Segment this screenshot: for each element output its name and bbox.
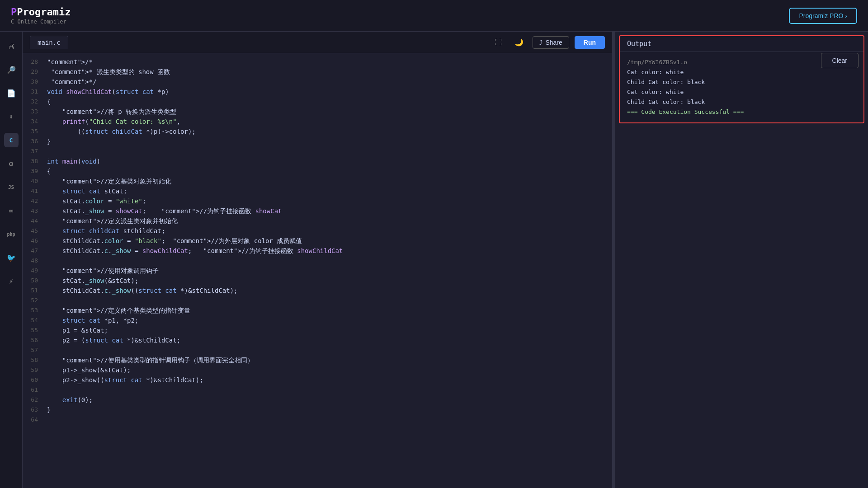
line-content: stCat._show = showCat; "comment">//为钩子挂接…: [45, 206, 612, 216]
line-number: 39: [23, 166, 45, 176]
sidebar-icon-download[interactable]: ⬇: [4, 109, 19, 124]
app-subtitle: C Online Compiler: [11, 19, 71, 25]
line-number: 45: [23, 226, 45, 236]
table-row: 56 p2 = (struct cat *)&stChildCat;: [23, 335, 612, 345]
table-row: 63}: [23, 405, 612, 415]
table-row: 51 stChildCat.c._show((struct cat *)&stC…: [23, 286, 612, 296]
line-number: 61: [23, 385, 45, 395]
output-line: Cat color: white: [627, 87, 856, 97]
line-content: "comment">/*: [45, 57, 612, 67]
line-content: p2->_show((struct cat *)&stChildCat);: [45, 375, 612, 385]
line-number: 53: [23, 305, 45, 315]
table-row: 35 ((struct childCat *)p)->color);: [23, 127, 612, 136]
table-row: 36}: [23, 136, 612, 146]
sidebar-icon-bolt[interactable]: ⚡: [4, 274, 19, 288]
line-content: struct cat *p1, *p2;: [45, 315, 612, 325]
right-panel: Output /tmp/PYWI6ZBSv1.oCat color: white…: [615, 32, 868, 488]
logo-area: PProgramiz C Online Compiler: [11, 6, 71, 25]
line-content: stCat._show(&stCat);: [45, 276, 612, 286]
line-content: "comment">* 派生类类型的 show 函数: [45, 67, 612, 77]
line-number: 41: [23, 186, 45, 196]
line-number: 51: [23, 286, 45, 296]
clear-button[interactable]: Clear: [821, 53, 859, 68]
line-content: {: [45, 166, 612, 176]
sidebar-icon-swift[interactable]: 🐦: [4, 250, 19, 265]
line-number: 42: [23, 196, 45, 206]
output-line: Cat color: white: [627, 67, 856, 77]
line-number: 31: [23, 87, 45, 97]
table-row: 60 p2->_show((struct cat *)&stChildCat);: [23, 375, 612, 385]
table-row: 41 struct cat stCat;: [23, 186, 612, 196]
sidebar-icon-php[interactable]: php: [4, 227, 19, 241]
table-row: 30 "comment">*/: [23, 77, 612, 87]
sidebar-icon-c[interactable]: C: [4, 133, 19, 147]
table-row: 37: [23, 146, 612, 156]
table-row: 59 p1->_show(&stCat);: [23, 365, 612, 375]
table-row: 38int main(void): [23, 156, 612, 166]
output-line: Child Cat color: black: [627, 97, 856, 107]
line-content: stChildCat.color = "black"; "comment">//…: [45, 236, 612, 246]
line-number: 40: [23, 176, 45, 186]
table-row: 28"comment">/*: [23, 57, 612, 67]
table-row: 48: [23, 256, 612, 266]
table-row: 54 struct cat *p1, *p2;: [23, 315, 612, 325]
share-label: Share: [545, 39, 562, 46]
table-row: 49 "comment">//使用对象调用钩子: [23, 266, 612, 276]
file-tab[interactable]: main.c: [30, 36, 68, 49]
code-editor[interactable]: 28"comment">/* 29 "comment">* 派生类类型的 sho…: [23, 53, 612, 488]
table-row: 32{: [23, 97, 612, 107]
table-row: 53 "comment">//定义两个基类类型的指针变量: [23, 305, 612, 315]
line-content: stCat.color = "white";: [45, 196, 612, 206]
line-content: "comment">//定义两个基类类型的指针变量: [45, 305, 612, 315]
line-number: 28: [23, 57, 45, 67]
table-row: 55 p1 = &stCat;: [23, 325, 612, 335]
line-number: 37: [23, 146, 45, 156]
line-content: }: [45, 405, 612, 415]
line-number: 52: [23, 296, 45, 305]
line-number: 29: [23, 67, 45, 77]
run-button[interactable]: Run: [575, 36, 605, 49]
sidebar-icon-print[interactable]: 🖨: [4, 39, 19, 53]
table-row: 42 stCat.color = "white";: [23, 196, 612, 206]
table-row: 46 stChildCat.color = "black"; "comment"…: [23, 236, 612, 246]
sidebar-icon-js[interactable]: JS: [4, 180, 19, 194]
expand-button[interactable]: ⛶: [491, 37, 505, 48]
table-row: 44 "comment">//定义派生类对象并初始化: [23, 216, 612, 226]
line-content: int main(void): [45, 156, 612, 166]
line-number: 50: [23, 276, 45, 286]
line-number: 44: [23, 216, 45, 226]
sidebar-icon-search[interactable]: 🔎: [4, 62, 19, 77]
line-number: 58: [23, 355, 45, 365]
theme-button[interactable]: 🌙: [511, 36, 527, 48]
line-content: "comment">//定义基类对象并初始化: [45, 176, 612, 186]
line-number: 49: [23, 266, 45, 276]
line-content: {: [45, 97, 612, 107]
line-number: 48: [23, 256, 45, 266]
line-content: stChildCat.c._show = showChildCat; "comm…: [45, 246, 612, 256]
share-button[interactable]: ⤴ Share: [533, 36, 569, 49]
output-line: Child Cat color: black: [627, 77, 856, 87]
sidebar-icon-settings[interactable]: ⚙: [4, 156, 19, 171]
sidebar-icon-file[interactable]: 📄: [4, 86, 19, 100]
output-header: Output: [620, 36, 863, 52]
line-number: 57: [23, 345, 45, 355]
app-title: Programiz: [17, 6, 71, 18]
line-content: "comment">//使用对象调用钩子: [45, 266, 612, 276]
table-row: 50 stCat._show(&stCat);: [23, 276, 612, 286]
table-row: 31void showChildCat(struct cat *p): [23, 87, 612, 97]
line-number: 38: [23, 156, 45, 166]
line-content: p1 = &stCat;: [45, 325, 612, 335]
table-row: 47 stChildCat.c._show = showChildCat; "c…: [23, 246, 612, 256]
line-number: 63: [23, 405, 45, 415]
line-content: void showChildCat(struct cat *p): [45, 87, 612, 97]
line-number: 55: [23, 325, 45, 335]
sidebar-icon-infinity[interactable]: ∞: [4, 203, 19, 218]
line-content: p1->_show(&stCat);: [45, 365, 612, 375]
table-row: 62 exit(0);: [23, 395, 612, 405]
line-number: 34: [23, 117, 45, 127]
pro-button[interactable]: Programiz PRO ›: [789, 8, 857, 24]
line-number: 64: [23, 415, 45, 425]
line-number: 43: [23, 206, 45, 216]
table-row: 52: [23, 296, 612, 305]
table-row: 43 stCat._show = showCat; "comment">//为钩…: [23, 206, 612, 216]
